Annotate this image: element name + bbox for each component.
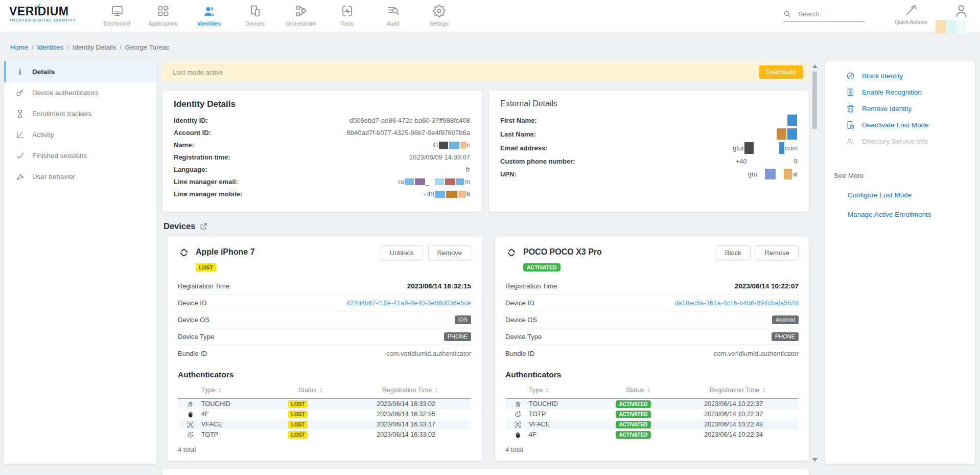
hand-icon (512, 431, 523, 439)
sort-registration-time-header[interactable]: Registration Time (382, 387, 471, 394)
nav-item-label: Dashboard (104, 20, 130, 27)
face-icon (185, 421, 195, 428)
detail-value: gturcom (733, 142, 798, 154)
authenticator-registration-time: 2023/06/14 10:22:37 (704, 400, 799, 408)
nav-item-applications[interactable]: Applications (140, 0, 186, 27)
sidebar-item-enrollment-trackers[interactable]: Enrollment trackers (4, 103, 156, 124)
nav-item-tools[interactable]: Tools (324, 0, 370, 27)
sort-type-header[interactable]: Type (529, 387, 626, 394)
sidebar-item-details[interactable]: iDetails (4, 61, 156, 82)
action-enable-recognition[interactable]: Enable Recognition (825, 84, 975, 100)
sidebar-item-user-behavior[interactable]: User behavior (4, 166, 156, 187)
detail-label: Line manager email: (174, 178, 238, 186)
field-value: 2023/06/14 10:22:07 (735, 282, 799, 290)
main-scrollbar[interactable] (811, 62, 818, 464)
nav-item-devices[interactable]: Devices (232, 0, 278, 27)
device-name: POCO POCO X3 Pro (523, 245, 602, 259)
action-block-identity[interactable]: Block Identity (825, 67, 975, 84)
authenticator-type: TOTP (201, 431, 218, 438)
authenticator-status-badge: LOST (288, 421, 308, 428)
value-text: 2023/06/09 14:39:07 (409, 153, 470, 161)
breadcrumb: Home/Identities/Identity Details/George … (10, 43, 170, 51)
device-field-row: Device TypePHONE (178, 328, 471, 345)
detail-value (787, 115, 798, 126)
value-text: _ (426, 178, 429, 186)
block-button[interactable]: Block (716, 245, 751, 260)
sidebar-item-label: User behavior (32, 173, 75, 180)
external-link-icon[interactable] (200, 222, 207, 230)
search-input[interactable] (798, 10, 857, 18)
action-deactivate-lost-mode[interactable]: Deactivate Lost Mode (825, 117, 975, 133)
external-details-card: External Details First Name: Last Name: … (489, 91, 809, 212)
field-value: com.veridiumid.authenticator (714, 350, 799, 357)
veridium-logo[interactable]: VERIDIUM TRUSTED DIGITAL IDENTITY (9, 5, 81, 22)
partial-section-card (162, 469, 809, 475)
authenticator-status-badge: ACTIVATED (616, 400, 651, 408)
user-avatar[interactable] (954, 0, 969, 20)
sidebar-item-device-authenticators[interactable]: Device authenticators (4, 82, 156, 103)
redaction-block (405, 178, 414, 185)
sort-status-header[interactable]: Status (626, 387, 710, 394)
external-details-title: External Details (500, 99, 798, 108)
field-label: Device ID (505, 299, 534, 307)
nav-item-label: Identities (197, 20, 221, 27)
nav-item-identities[interactable]: Identities (186, 0, 232, 27)
deactivate-button[interactable]: Deactivate (759, 65, 803, 79)
action-remove-identity[interactable]: Remove Identity (825, 100, 975, 117)
sort-type-header[interactable]: Type (201, 387, 298, 394)
nav-item-orchestrator[interactable]: Orchestrator (278, 0, 324, 27)
field-label: Device OS (505, 316, 537, 324)
device-card-apple-iphone-7: Apple iPhone 7 UnblockRemove LOST Regist… (168, 237, 481, 461)
link-configure-lost-mode[interactable]: Configure Lost Mode (825, 191, 975, 199)
device-field-row: Bundle IDcom.veridiumid.authenticator (178, 345, 471, 362)
authenticator-type: 4F (201, 411, 209, 418)
detail-row: Line manager mobile: +409 (174, 189, 470, 199)
device-id-link[interactable]: 422d4b67-f10e-41a9-9e40-3e56d036e5ce (346, 299, 471, 307)
lost-mode-banner-text: Lost mode active (173, 69, 223, 76)
scrollbar-thumb[interactable] (812, 72, 817, 129)
identity-details-title: Identity Details (174, 99, 470, 109)
authenticators-title: Authenticators (505, 370, 799, 379)
sidebar-item-label: Device authenticators (32, 89, 99, 97)
redaction-block (415, 178, 425, 185)
remove-button[interactable]: Remove (428, 245, 471, 260)
sort-registration-time-header[interactable]: Registration Time (710, 387, 799, 394)
redaction-block (445, 178, 455, 185)
authenticator-status-badge: ACTIVATED (616, 421, 651, 428)
quick-actions-button[interactable]: Quick Actions (895, 0, 927, 25)
sidebar-item-finished-sessions[interactable]: Finished sessions (4, 145, 156, 166)
sort-status-header[interactable]: Status (298, 387, 382, 394)
breadcrumb-item-home[interactable]: Home (10, 43, 28, 51)
field-value-badge: PHONE (772, 332, 799, 341)
link-manage-active-enrollments[interactable]: Manage Active Enrollments (825, 211, 975, 218)
device-id-link[interactable]: da18ec5a-361a-4c16-b4b6-894cbafa5b28 (674, 299, 799, 307)
unblock-button[interactable]: Unblock (381, 245, 423, 260)
detail-label: Email address: (500, 144, 548, 152)
value-text: gtur (733, 144, 744, 152)
remove-button[interactable]: Remove (756, 245, 799, 260)
scroll-down-arrow-icon[interactable] (812, 458, 818, 462)
scroll-up-arrow-icon[interactable] (812, 64, 818, 68)
primary-nav: Dashboard Applications Identities Device… (94, 0, 462, 27)
authenticator-row-4f: 4F LOST 2023/06/14 16:32:55 (178, 409, 471, 419)
value-text: c (467, 141, 471, 149)
sort-icon (319, 388, 323, 393)
nav-item-dashboard[interactable]: Dashboard (94, 0, 140, 27)
sidebar-item-activity[interactable]: Activity (4, 124, 156, 145)
authenticator-type: TOUCHID (529, 400, 558, 408)
value-text: gtu (748, 170, 757, 178)
detail-row: Language: fr (174, 165, 470, 174)
nav-item-settings[interactable]: Settings (416, 0, 462, 27)
nav-item-label: Settings (429, 20, 449, 27)
main-content: Lost mode active Deactivate Identity Det… (162, 61, 809, 475)
authenticators-table: Type Status Registration Time TOUCHID AC… (505, 387, 799, 440)
device-field-row: Device TypePHONE (505, 328, 799, 345)
field-label: Device Type (505, 333, 542, 341)
action-label: Deactivate Lost Mode (862, 121, 929, 129)
authenticator-registration-time: 2023/06/14 16:32:55 (377, 411, 471, 418)
authenticator-type: TOTP (529, 411, 546, 418)
nav-item-audit[interactable]: Audit (370, 0, 416, 27)
breadcrumb-item-identities[interactable]: Identities (37, 43, 63, 51)
field-value-badge: PHONE (444, 332, 471, 341)
detail-label: UPN: (500, 170, 517, 178)
